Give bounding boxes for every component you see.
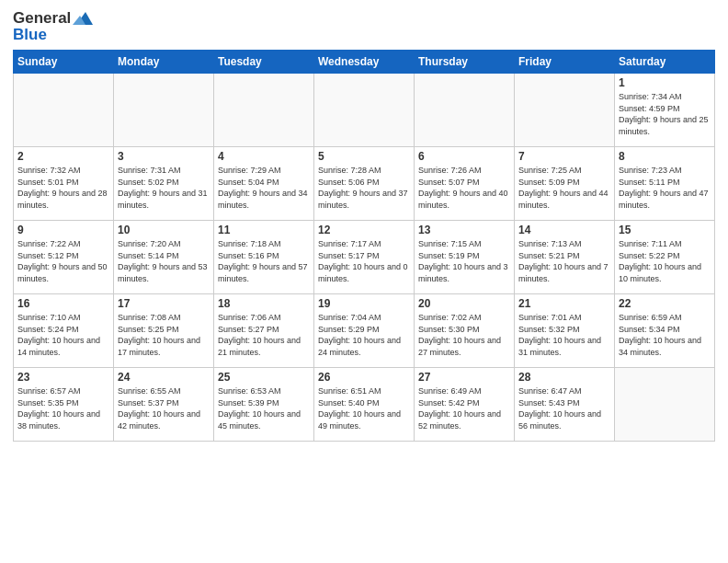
day-number: 25 xyxy=(218,371,310,384)
header: General Blue xyxy=(13,9,715,44)
day-number: 21 xyxy=(518,297,610,310)
day-number: 23 xyxy=(17,371,109,384)
day-cell: 14Sunrise: 7:13 AM Sunset: 5:21 PM Dayli… xyxy=(515,221,615,294)
day-info: Sunrise: 7:28 AM Sunset: 5:06 PM Dayligh… xyxy=(318,165,410,211)
day-info: Sunrise: 7:01 AM Sunset: 5:32 PM Dayligh… xyxy=(518,312,610,358)
day-info: Sunrise: 7:34 AM Sunset: 4:59 PM Dayligh… xyxy=(619,91,711,137)
weekday-monday: Monday xyxy=(114,51,214,74)
day-cell: 25Sunrise: 6:53 AM Sunset: 5:39 PM Dayli… xyxy=(214,368,314,442)
day-number: 28 xyxy=(518,371,610,384)
day-info: Sunrise: 7:02 AM Sunset: 5:30 PM Dayligh… xyxy=(418,312,510,358)
weekday-thursday: Thursday xyxy=(415,51,515,74)
day-info: Sunrise: 7:13 AM Sunset: 5:21 PM Dayligh… xyxy=(518,238,610,284)
day-info: Sunrise: 7:08 AM Sunset: 5:25 PM Dayligh… xyxy=(118,312,210,358)
day-info: Sunrise: 7:22 AM Sunset: 5:12 PM Dayligh… xyxy=(17,238,109,284)
day-cell xyxy=(415,74,515,147)
day-number: 6 xyxy=(418,150,510,163)
week-row-1: 1Sunrise: 7:34 AM Sunset: 4:59 PM Daylig… xyxy=(14,74,715,147)
weekday-header-row: SundayMondayTuesdayWednesdayThursdayFrid… xyxy=(14,51,715,74)
day-cell: 22Sunrise: 6:59 AM Sunset: 5:34 PM Dayli… xyxy=(615,294,715,368)
day-number: 8 xyxy=(619,150,711,163)
day-info: Sunrise: 6:57 AM Sunset: 5:35 PM Dayligh… xyxy=(17,385,109,431)
day-number: 13 xyxy=(418,224,510,236)
day-cell: 1Sunrise: 7:34 AM Sunset: 4:59 PM Daylig… xyxy=(615,74,715,147)
day-cell xyxy=(114,74,214,147)
day-cell: 2Sunrise: 7:32 AM Sunset: 5:01 PM Daylig… xyxy=(14,147,114,221)
day-number: 12 xyxy=(318,224,410,236)
day-cell xyxy=(515,74,615,147)
day-info: Sunrise: 7:32 AM Sunset: 5:01 PM Dayligh… xyxy=(17,165,109,211)
logo-icon xyxy=(73,12,93,25)
week-row-5: 23Sunrise: 6:57 AM Sunset: 5:35 PM Dayli… xyxy=(14,368,715,442)
day-number: 15 xyxy=(619,224,711,236)
day-number: 7 xyxy=(518,150,610,163)
day-cell: 3Sunrise: 7:31 AM Sunset: 5:02 PM Daylig… xyxy=(114,147,214,221)
logo: General Blue xyxy=(13,9,93,44)
weekday-sunday: Sunday xyxy=(14,51,114,74)
day-cell: 19Sunrise: 7:04 AM Sunset: 5:29 PM Dayli… xyxy=(314,294,415,368)
calendar-table: SundayMondayTuesdayWednesdayThursdayFrid… xyxy=(13,50,715,442)
logo-general: General xyxy=(13,9,71,28)
weekday-tuesday: Tuesday xyxy=(214,51,314,74)
day-info: Sunrise: 7:18 AM Sunset: 5:16 PM Dayligh… xyxy=(218,238,310,284)
day-cell: 27Sunrise: 6:49 AM Sunset: 5:42 PM Dayli… xyxy=(415,368,515,442)
day-info: Sunrise: 7:06 AM Sunset: 5:27 PM Dayligh… xyxy=(218,312,310,358)
day-cell: 20Sunrise: 7:02 AM Sunset: 5:30 PM Dayli… xyxy=(415,294,515,368)
day-cell: 17Sunrise: 7:08 AM Sunset: 5:25 PM Dayli… xyxy=(114,294,214,368)
day-number: 14 xyxy=(518,224,610,236)
day-info: Sunrise: 6:55 AM Sunset: 5:37 PM Dayligh… xyxy=(118,385,210,431)
day-cell: 6Sunrise: 7:26 AM Sunset: 5:07 PM Daylig… xyxy=(415,147,515,221)
day-cell: 18Sunrise: 7:06 AM Sunset: 5:27 PM Dayli… xyxy=(214,294,314,368)
day-cell: 10Sunrise: 7:20 AM Sunset: 5:14 PM Dayli… xyxy=(114,221,214,294)
day-number: 3 xyxy=(118,150,210,163)
day-cell xyxy=(314,74,415,147)
day-number: 27 xyxy=(418,371,510,384)
logo-blue: Blue xyxy=(13,26,47,44)
day-cell: 13Sunrise: 7:15 AM Sunset: 5:19 PM Dayli… xyxy=(415,221,515,294)
week-row-4: 16Sunrise: 7:10 AM Sunset: 5:24 PM Dayli… xyxy=(14,294,715,368)
day-info: Sunrise: 6:53 AM Sunset: 5:39 PM Dayligh… xyxy=(218,385,310,431)
day-number: 17 xyxy=(118,297,210,310)
day-cell: 11Sunrise: 7:18 AM Sunset: 5:16 PM Dayli… xyxy=(214,221,314,294)
day-info: Sunrise: 6:47 AM Sunset: 5:43 PM Dayligh… xyxy=(518,385,610,431)
day-number: 2 xyxy=(17,150,109,163)
day-info: Sunrise: 6:49 AM Sunset: 5:42 PM Dayligh… xyxy=(418,385,510,431)
day-cell: 4Sunrise: 7:29 AM Sunset: 5:04 PM Daylig… xyxy=(214,147,314,221)
day-number: 1 xyxy=(619,76,711,89)
day-cell: 12Sunrise: 7:17 AM Sunset: 5:17 PM Dayli… xyxy=(314,221,415,294)
day-info: Sunrise: 7:29 AM Sunset: 5:04 PM Dayligh… xyxy=(218,165,310,211)
weekday-friday: Friday xyxy=(515,51,615,74)
day-number: 11 xyxy=(218,224,310,236)
day-cell: 26Sunrise: 6:51 AM Sunset: 5:40 PM Dayli… xyxy=(314,368,415,442)
weekday-wednesday: Wednesday xyxy=(314,51,415,74)
day-info: Sunrise: 6:51 AM Sunset: 5:40 PM Dayligh… xyxy=(318,385,410,431)
day-info: Sunrise: 7:10 AM Sunset: 5:24 PM Dayligh… xyxy=(17,312,109,358)
day-cell: 5Sunrise: 7:28 AM Sunset: 5:06 PM Daylig… xyxy=(314,147,415,221)
day-cell: 7Sunrise: 7:25 AM Sunset: 5:09 PM Daylig… xyxy=(515,147,615,221)
day-cell: 28Sunrise: 6:47 AM Sunset: 5:43 PM Dayli… xyxy=(515,368,615,442)
day-number: 24 xyxy=(118,371,210,384)
day-info: Sunrise: 7:17 AM Sunset: 5:17 PM Dayligh… xyxy=(318,238,410,284)
day-info: Sunrise: 7:20 AM Sunset: 5:14 PM Dayligh… xyxy=(118,238,210,284)
day-info: Sunrise: 7:15 AM Sunset: 5:19 PM Dayligh… xyxy=(418,238,510,284)
day-cell xyxy=(14,74,114,147)
day-number: 4 xyxy=(218,150,310,163)
day-info: Sunrise: 7:23 AM Sunset: 5:11 PM Dayligh… xyxy=(619,165,711,211)
day-cell: 24Sunrise: 6:55 AM Sunset: 5:37 PM Dayli… xyxy=(114,368,214,442)
day-cell: 9Sunrise: 7:22 AM Sunset: 5:12 PM Daylig… xyxy=(14,221,114,294)
day-number: 19 xyxy=(318,297,410,310)
week-row-2: 2Sunrise: 7:32 AM Sunset: 5:01 PM Daylig… xyxy=(14,147,715,221)
day-cell: 8Sunrise: 7:23 AM Sunset: 5:11 PM Daylig… xyxy=(615,147,715,221)
week-row-3: 9Sunrise: 7:22 AM Sunset: 5:12 PM Daylig… xyxy=(14,221,715,294)
day-info: Sunrise: 7:31 AM Sunset: 5:02 PM Dayligh… xyxy=(118,165,210,211)
day-cell xyxy=(615,368,715,442)
weekday-saturday: Saturday xyxy=(615,51,715,74)
day-info: Sunrise: 7:25 AM Sunset: 5:09 PM Dayligh… xyxy=(518,165,610,211)
day-number: 5 xyxy=(318,150,410,163)
day-number: 9 xyxy=(17,224,109,236)
day-cell: 23Sunrise: 6:57 AM Sunset: 5:35 PM Dayli… xyxy=(14,368,114,442)
day-number: 16 xyxy=(17,297,109,310)
day-cell xyxy=(214,74,314,147)
day-info: Sunrise: 7:11 AM Sunset: 5:22 PM Dayligh… xyxy=(619,238,711,284)
day-number: 20 xyxy=(418,297,510,310)
